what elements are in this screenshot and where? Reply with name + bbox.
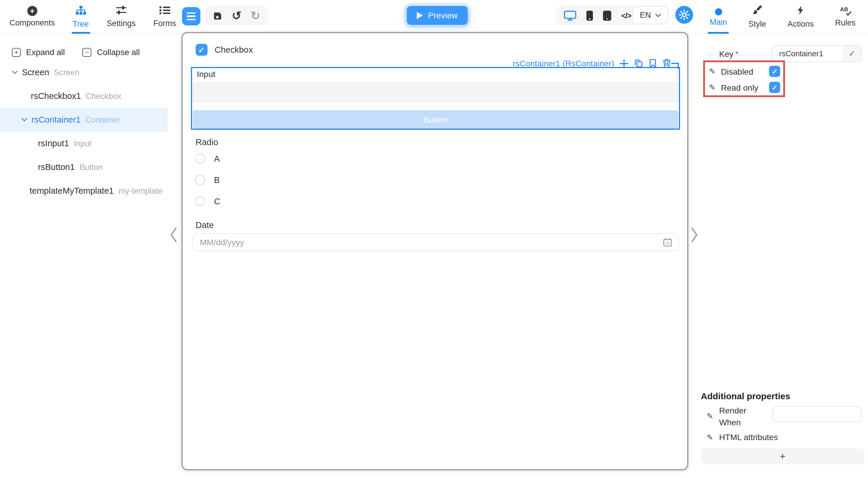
expand-all-button[interactable]: + Expand all — [12, 47, 65, 57]
preview-button[interactable]: Preview — [407, 6, 468, 25]
add-property-label: + — [780, 450, 785, 462]
play-icon — [417, 12, 423, 19]
radio-unchecked-icon[interactable] — [195, 175, 205, 185]
phone-icon — [586, 11, 593, 21]
language-select[interactable]: EN — [632, 6, 669, 24]
monitor-icon — [564, 11, 576, 21]
tree-item-rsinput1[interactable]: rsInput1 Input — [0, 132, 168, 155]
checkbox-checked-icon[interactable]: ✓ — [196, 44, 208, 56]
add-component-button[interactable] — [620, 59, 628, 68]
lightning-icon — [797, 5, 805, 17]
tab-actions[interactable]: Actions — [785, 0, 815, 34]
tree-item-type: Input — [74, 139, 92, 148]
tree-item-name: rsContainer1 — [31, 115, 81, 125]
key-label: Key — [719, 49, 734, 58]
disabled-checkbox[interactable]: ✓ — [769, 66, 780, 77]
radio-option-c[interactable]: C — [195, 196, 220, 206]
design-canvas[interactable]: ✓ Checkbox rsContainer1 (RsContainer) In… — [181, 32, 688, 470]
save-button[interactable] — [213, 11, 222, 21]
collapse-right-panel-button[interactable] — [690, 227, 699, 243]
tab-components-label: Components — [9, 19, 55, 27]
undo-button[interactable]: ↺ — [232, 10, 241, 21]
pencil-icon[interactable]: ✎ — [709, 68, 716, 75]
tab-main[interactable]: Main — [708, 0, 729, 34]
plus-icon — [620, 59, 628, 68]
phone-view-button[interactable] — [586, 11, 593, 21]
tree-item-name: templateMyTemplate1 — [30, 186, 114, 196]
read-only-label: Read only — [721, 82, 758, 92]
collapse-all-button[interactable]: − Collapse all — [83, 47, 140, 57]
tree-item-template[interactable]: templateMyTemplate1 my-template — [0, 179, 168, 203]
canvas-checkbox-component[interactable]: ✓ Checkbox — [196, 44, 253, 56]
confirm-key-button[interactable]: ✓ — [842, 45, 862, 62]
tree-icon — [75, 5, 86, 17]
canvas-button-label: Button — [424, 114, 447, 124]
add-property-button[interactable]: + — [701, 448, 864, 465]
read-only-checkbox[interactable]: ✓ — [769, 82, 780, 93]
chevron-down-icon[interactable] — [21, 118, 27, 122]
pencil-icon[interactable]: ✎ — [707, 412, 713, 428]
disabled-label: Disabled — [721, 67, 753, 76]
code-view-button[interactable]: </> — [621, 11, 631, 20]
canvas-input-label: Input — [197, 69, 215, 79]
spellcheck-icon: AB — [839, 6, 852, 16]
html-attributes-label: HTML attributes — [719, 433, 778, 442]
brush-icon — [752, 5, 763, 17]
tab-components[interactable]: + Components — [8, 0, 56, 34]
redo-button[interactable]: ↻ — [251, 10, 260, 21]
tree-item-rscontainer1[interactable]: rsContainer1 Container — [0, 108, 168, 132]
collapse-left-panel-button[interactable] — [169, 227, 178, 243]
pencil-icon[interactable]: ✎ — [707, 433, 713, 441]
canvas-button-component[interactable]: Button — [193, 110, 678, 129]
pencil-icon[interactable]: ✎ — [709, 83, 716, 91]
tablet-view-button[interactable] — [603, 11, 611, 21]
calendar-icon — [663, 238, 672, 247]
settings-gear-button[interactable] — [675, 6, 693, 24]
tab-tree-label: Tree — [73, 19, 89, 28]
tree-item-name: rsButton1 — [38, 162, 75, 172]
radio-unchecked-icon[interactable] — [195, 153, 205, 164]
desktop-view-button[interactable] — [564, 11, 576, 21]
expand-all-icon: + — [12, 48, 21, 57]
app-root: + Components Tree Settings Forms — [0, 0, 868, 478]
disabled-property-row: ✎ Disabled ✓ — [709, 63, 780, 79]
radio-option-a[interactable]: A — [195, 153, 220, 164]
tree-controls: + Expand all − Collapse all — [12, 47, 140, 57]
save-icon — [213, 11, 222, 21]
component-tree: Screen Screen rsCheckbox1 Checkbox rsCon… — [0, 60, 168, 203]
pencil-icon[interactable]: ✎ — [707, 50, 713, 58]
required-mark: * — [735, 49, 739, 58]
language-value: EN — [640, 11, 651, 20]
calendar-button[interactable] — [663, 238, 672, 247]
tree-item-screen[interactable]: Screen Screen — [0, 60, 168, 84]
radio-unchecked-icon[interactable] — [195, 196, 205, 206]
tab-tree[interactable]: Tree — [71, 0, 90, 34]
tree-item-rscheckbox1[interactable]: rsCheckbox1 Checkbox — [0, 84, 168, 108]
tab-rules[interactable]: AB Rules — [833, 0, 857, 34]
tab-settings[interactable]: Settings — [105, 0, 137, 34]
tab-forms[interactable]: Forms — [152, 0, 177, 34]
radio-option-b[interactable]: B — [195, 175, 220, 185]
tree-item-rsbutton1[interactable]: rsButton1 Button — [0, 155, 168, 179]
menu-button[interactable] — [182, 7, 200, 26]
expand-all-label: Expand all — [26, 47, 65, 57]
tree-item-type: Checkbox — [86, 92, 121, 100]
tab-settings-label: Settings — [107, 19, 136, 28]
date-picker-input[interactable]: MM/dd/yyyy — [192, 233, 679, 251]
sliders-icon — [115, 5, 127, 16]
tab-forms-label: Forms — [153, 19, 176, 28]
circle-icon — [715, 8, 722, 15]
canvas-input-field[interactable] — [193, 82, 678, 102]
chevron-down-icon[interactable] — [12, 70, 18, 74]
selected-container-outline[interactable]: Input Button — [191, 67, 680, 130]
tablet-icon — [603, 11, 611, 21]
canvas-radio-label: Radio — [196, 137, 218, 147]
render-when-input[interactable] — [772, 406, 862, 422]
list-icon — [159, 6, 170, 16]
tab-style[interactable]: Style — [746, 0, 768, 34]
canvas-checkbox-label: Checkbox — [215, 45, 253, 55]
tree-item-name: rsCheckbox1 — [31, 91, 81, 101]
radio-option-label: B — [214, 175, 220, 184]
key-input[interactable]: rsContainer1 ✓ — [772, 45, 862, 62]
inspector-tabs: Main Style Actions AB Rules — [703, 0, 862, 34]
